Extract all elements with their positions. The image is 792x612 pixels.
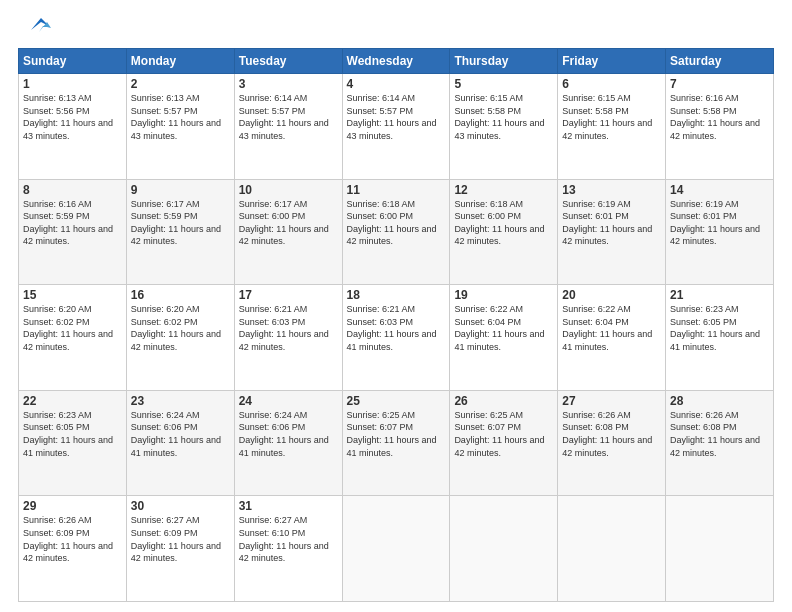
sunset-label: Sunset: 5:58 PM	[454, 106, 521, 116]
sunset-label: Sunset: 6:07 PM	[454, 422, 521, 432]
daylight-label: Daylight: 11 hours and 42 minutes.	[239, 329, 329, 352]
calendar-cell: 25 Sunrise: 6:25 AM Sunset: 6:07 PM Dayl…	[342, 390, 450, 496]
day-info: Sunrise: 6:22 AM Sunset: 6:04 PM Dayligh…	[454, 303, 553, 353]
calendar-cell: 31 Sunrise: 6:27 AM Sunset: 6:10 PM Dayl…	[234, 496, 342, 602]
day-info: Sunrise: 6:27 AM Sunset: 6:09 PM Dayligh…	[131, 514, 230, 564]
calendar-cell	[666, 496, 774, 602]
daylight-label: Daylight: 11 hours and 42 minutes.	[131, 541, 221, 564]
daylight-label: Daylight: 11 hours and 43 minutes.	[23, 118, 113, 141]
daylight-label: Daylight: 11 hours and 42 minutes.	[347, 224, 437, 247]
daylight-label: Daylight: 11 hours and 41 minutes.	[670, 329, 760, 352]
col-header-sunday: Sunday	[19, 49, 127, 74]
daylight-label: Daylight: 11 hours and 41 minutes.	[347, 329, 437, 352]
sunrise-label: Sunrise: 6:24 AM	[131, 410, 200, 420]
day-info: Sunrise: 6:19 AM Sunset: 6:01 PM Dayligh…	[562, 198, 661, 248]
col-header-monday: Monday	[126, 49, 234, 74]
day-number: 29	[23, 499, 122, 513]
sunset-label: Sunset: 5:58 PM	[562, 106, 629, 116]
calendar-cell	[450, 496, 558, 602]
sunset-label: Sunset: 6:09 PM	[131, 528, 198, 538]
sunrise-label: Sunrise: 6:13 AM	[131, 93, 200, 103]
day-info: Sunrise: 6:16 AM Sunset: 5:59 PM Dayligh…	[23, 198, 122, 248]
day-number: 13	[562, 183, 661, 197]
calendar-cell: 7 Sunrise: 6:16 AM Sunset: 5:58 PM Dayli…	[666, 74, 774, 180]
calendar-cell: 2 Sunrise: 6:13 AM Sunset: 5:57 PM Dayli…	[126, 74, 234, 180]
calendar-cell: 10 Sunrise: 6:17 AM Sunset: 6:00 PM Dayl…	[234, 179, 342, 285]
day-number: 22	[23, 394, 122, 408]
sunrise-label: Sunrise: 6:24 AM	[239, 410, 308, 420]
calendar-cell: 1 Sunrise: 6:13 AM Sunset: 5:56 PM Dayli…	[19, 74, 127, 180]
calendar-cell: 3 Sunrise: 6:14 AM Sunset: 5:57 PM Dayli…	[234, 74, 342, 180]
day-number: 25	[347, 394, 446, 408]
daylight-label: Daylight: 11 hours and 42 minutes.	[562, 224, 652, 247]
sunset-label: Sunset: 6:02 PM	[23, 317, 90, 327]
sunrise-label: Sunrise: 6:26 AM	[23, 515, 92, 525]
day-info: Sunrise: 6:21 AM Sunset: 6:03 PM Dayligh…	[239, 303, 338, 353]
calendar-cell: 16 Sunrise: 6:20 AM Sunset: 6:02 PM Dayl…	[126, 285, 234, 391]
calendar-cell: 19 Sunrise: 6:22 AM Sunset: 6:04 PM Dayl…	[450, 285, 558, 391]
day-number: 11	[347, 183, 446, 197]
daylight-label: Daylight: 11 hours and 41 minutes.	[562, 329, 652, 352]
day-number: 18	[347, 288, 446, 302]
calendar-cell: 23 Sunrise: 6:24 AM Sunset: 6:06 PM Dayl…	[126, 390, 234, 496]
daylight-label: Daylight: 11 hours and 42 minutes.	[23, 541, 113, 564]
daylight-label: Daylight: 11 hours and 43 minutes.	[239, 118, 329, 141]
sunset-label: Sunset: 6:07 PM	[347, 422, 414, 432]
sunrise-label: Sunrise: 6:21 AM	[239, 304, 308, 314]
day-number: 17	[239, 288, 338, 302]
day-info: Sunrise: 6:25 AM Sunset: 6:07 PM Dayligh…	[347, 409, 446, 459]
day-number: 28	[670, 394, 769, 408]
sunrise-label: Sunrise: 6:23 AM	[670, 304, 739, 314]
day-info: Sunrise: 6:14 AM Sunset: 5:57 PM Dayligh…	[239, 92, 338, 142]
day-number: 23	[131, 394, 230, 408]
day-number: 6	[562, 77, 661, 91]
sunrise-label: Sunrise: 6:15 AM	[454, 93, 523, 103]
col-header-thursday: Thursday	[450, 49, 558, 74]
daylight-label: Daylight: 11 hours and 42 minutes.	[670, 435, 760, 458]
day-number: 1	[23, 77, 122, 91]
calendar-cell	[342, 496, 450, 602]
sunset-label: Sunset: 6:01 PM	[562, 211, 629, 221]
day-number: 16	[131, 288, 230, 302]
calendar-cell: 24 Sunrise: 6:24 AM Sunset: 6:06 PM Dayl…	[234, 390, 342, 496]
calendar-cell: 30 Sunrise: 6:27 AM Sunset: 6:09 PM Dayl…	[126, 496, 234, 602]
daylight-label: Daylight: 11 hours and 42 minutes.	[23, 224, 113, 247]
day-info: Sunrise: 6:23 AM Sunset: 6:05 PM Dayligh…	[670, 303, 769, 353]
sunrise-label: Sunrise: 6:18 AM	[454, 199, 523, 209]
col-header-wednesday: Wednesday	[342, 49, 450, 74]
col-header-tuesday: Tuesday	[234, 49, 342, 74]
calendar-cell: 9 Sunrise: 6:17 AM Sunset: 5:59 PM Dayli…	[126, 179, 234, 285]
calendar-cell: 15 Sunrise: 6:20 AM Sunset: 6:02 PM Dayl…	[19, 285, 127, 391]
sunrise-label: Sunrise: 6:21 AM	[347, 304, 416, 314]
sunset-label: Sunset: 6:00 PM	[347, 211, 414, 221]
day-info: Sunrise: 6:26 AM Sunset: 6:08 PM Dayligh…	[562, 409, 661, 459]
sunset-label: Sunset: 6:05 PM	[670, 317, 737, 327]
sunset-label: Sunset: 6:08 PM	[670, 422, 737, 432]
sunset-label: Sunset: 6:00 PM	[239, 211, 306, 221]
sunrise-label: Sunrise: 6:23 AM	[23, 410, 92, 420]
calendar-cell: 20 Sunrise: 6:22 AM Sunset: 6:04 PM Dayl…	[558, 285, 666, 391]
calendar-header-row: SundayMondayTuesdayWednesdayThursdayFrid…	[19, 49, 774, 74]
calendar-cell: 5 Sunrise: 6:15 AM Sunset: 5:58 PM Dayli…	[450, 74, 558, 180]
day-info: Sunrise: 6:13 AM Sunset: 5:57 PM Dayligh…	[131, 92, 230, 142]
day-info: Sunrise: 6:22 AM Sunset: 6:04 PM Dayligh…	[562, 303, 661, 353]
day-number: 8	[23, 183, 122, 197]
sunrise-label: Sunrise: 6:13 AM	[23, 93, 92, 103]
daylight-label: Daylight: 11 hours and 43 minutes.	[454, 118, 544, 141]
daylight-label: Daylight: 11 hours and 42 minutes.	[670, 224, 760, 247]
daylight-label: Daylight: 11 hours and 42 minutes.	[131, 224, 221, 247]
sunset-label: Sunset: 6:09 PM	[23, 528, 90, 538]
day-info: Sunrise: 6:14 AM Sunset: 5:57 PM Dayligh…	[347, 92, 446, 142]
day-number: 9	[131, 183, 230, 197]
calendar-cell: 13 Sunrise: 6:19 AM Sunset: 6:01 PM Dayl…	[558, 179, 666, 285]
daylight-label: Daylight: 11 hours and 41 minutes.	[454, 329, 544, 352]
daylight-label: Daylight: 11 hours and 41 minutes.	[131, 435, 221, 458]
sunset-label: Sunset: 5:59 PM	[131, 211, 198, 221]
day-info: Sunrise: 6:21 AM Sunset: 6:03 PM Dayligh…	[347, 303, 446, 353]
sunrise-label: Sunrise: 6:26 AM	[670, 410, 739, 420]
sunrise-label: Sunrise: 6:25 AM	[347, 410, 416, 420]
sunrise-label: Sunrise: 6:26 AM	[562, 410, 631, 420]
day-number: 26	[454, 394, 553, 408]
sunset-label: Sunset: 6:08 PM	[562, 422, 629, 432]
day-number: 19	[454, 288, 553, 302]
